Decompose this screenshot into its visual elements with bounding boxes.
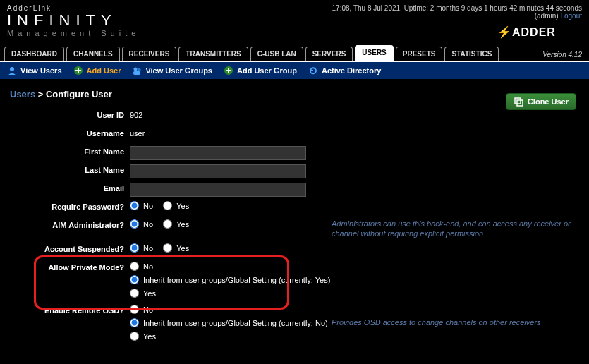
- aim-admin-no-label: No: [143, 220, 153, 229]
- subnav-add-group[interactable]: Add User Group: [224, 66, 297, 75]
- last-name-label: Last Name: [10, 164, 130, 174]
- subnav-view-groups[interactable]: View User Groups: [132, 66, 212, 75]
- private-inherit-label: Inherit from user groups/Global Setting …: [143, 276, 330, 284]
- osd-hint: Provides OSD access to change channels o…: [332, 317, 541, 327]
- admin-hint: Administrators can use this back-end, an…: [332, 219, 571, 239]
- aim-admin-yes-radio[interactable]: [163, 219, 172, 229]
- osd-no-label: No: [143, 305, 153, 314]
- osd-inherit-label: Inherit from user groups/Global Setting …: [143, 319, 328, 327]
- logo-area: AdderLink INFINITY Management Suite: [7, 4, 140, 37]
- tab-presets[interactable]: PRESETS: [396, 47, 443, 61]
- svg-point-1: [10, 67, 14, 71]
- private-yes-label: Yes: [143, 289, 156, 298]
- last-name-input[interactable]: [130, 164, 306, 178]
- subnav-active-dir-label: Active Directory: [322, 66, 381, 75]
- private-mode-label: Allow Private Mode?: [10, 262, 130, 272]
- tab-bar: DASHBOARD CHANNELS RECEIVERS TRANSMITTER…: [0, 45, 589, 62]
- group-icon: [132, 66, 142, 75]
- tab-receivers[interactable]: RECEIVERS: [122, 47, 177, 61]
- tab-dashboard[interactable]: DASHBOARD: [4, 47, 64, 61]
- private-yes-radio[interactable]: [130, 289, 139, 298]
- clone-icon: [514, 97, 523, 107]
- plus-icon: [224, 66, 233, 75]
- subnav-active-dir[interactable]: Active Directory: [308, 66, 381, 75]
- email-label: Email: [10, 183, 130, 193]
- tab-transmitters[interactable]: TRANSMITTERS: [178, 47, 248, 61]
- subnav-view-users-label: View Users: [20, 66, 62, 75]
- subnav-view-users[interactable]: View Users: [7, 66, 62, 75]
- user-id-value: 902: [130, 109, 142, 119]
- suspended-label: Account Suspended?: [10, 243, 130, 253]
- refresh-icon: [308, 66, 318, 75]
- subnav-add-group-label: Add User Group: [237, 66, 297, 75]
- svg-text:⚡ADDER: ⚡ADDER: [497, 25, 556, 39]
- require-pw-no-radio[interactable]: [130, 201, 139, 210]
- logout-link[interactable]: Logout: [560, 12, 582, 20]
- email-input[interactable]: [130, 183, 306, 197]
- clone-user-button[interactable]: Clone User: [506, 93, 576, 110]
- aim-admin-no-radio[interactable]: [130, 219, 139, 229]
- require-pw-no-label: No: [143, 202, 153, 210]
- tab-cusb[interactable]: C-USB LAN: [250, 47, 303, 61]
- subnav-add-user[interactable]: Add User: [73, 66, 121, 75]
- username-value: user: [130, 128, 145, 138]
- logo-subtitle: Management Suite: [7, 29, 140, 37]
- svg-rect-8: [517, 100, 523, 106]
- users-icon: [7, 66, 17, 75]
- private-no-label: No: [143, 262, 153, 271]
- subnav-view-groups-label: View User Groups: [145, 66, 212, 75]
- status-time: 17:08, Thu 8 Jul 2021, Uptime: 2 months …: [332, 4, 582, 12]
- tab-users[interactable]: USERS: [355, 45, 393, 61]
- osd-inherit-radio[interactable]: [130, 318, 139, 327]
- aim-admin-yes-label: Yes: [176, 220, 189, 229]
- suspended-yes-label: Yes: [176, 244, 189, 253]
- osd-yes-label: Yes: [143, 332, 156, 341]
- username-label: Username: [10, 128, 130, 138]
- clone-user-label: Clone User: [528, 97, 569, 106]
- private-inherit-radio[interactable]: [130, 275, 139, 284]
- logo-main: INFINITY: [7, 12, 140, 29]
- suspended-yes-radio[interactable]: [163, 243, 172, 253]
- require-pw-yes-label: Yes: [176, 202, 189, 210]
- svg-rect-5: [133, 71, 140, 75]
- svg-rect-7: [515, 98, 521, 104]
- tab-channels[interactable]: CHANNELS: [66, 47, 120, 61]
- version-label: Version 4.12: [542, 51, 582, 59]
- svg-point-4: [138, 68, 141, 72]
- subnav-add-user-label: Add User: [87, 66, 121, 75]
- remote-osd-label: Enable Remote OSD?: [10, 305, 130, 315]
- osd-yes-radio[interactable]: [130, 332, 139, 341]
- header: AdderLink INFINITY Management Suite 17:0…: [0, 0, 589, 45]
- require-pw-label: Require Password?: [10, 201, 130, 211]
- brand-logo: ⚡ADDER: [332, 24, 582, 41]
- breadcrumb-sep: >: [38, 89, 44, 99]
- first-name-input[interactable]: [130, 146, 306, 160]
- first-name-label: First Name: [10, 146, 130, 156]
- suspended-no-radio[interactable]: [130, 243, 139, 253]
- suspended-no-label: No: [143, 244, 153, 253]
- breadcrumb: Users > Configure User: [0, 79, 589, 107]
- user-id-label: User ID: [10, 109, 130, 119]
- sub-nav: View Users Add User View User Groups Add…: [0, 62, 589, 79]
- tab-servers[interactable]: SERVERS: [305, 47, 353, 61]
- private-no-radio[interactable]: [130, 262, 139, 271]
- current-user: (admin): [535, 12, 559, 20]
- header-status: 17:08, Thu 8 Jul 2021, Uptime: 2 months …: [332, 4, 582, 41]
- aim-admin-label: AIM Administrator?: [10, 219, 130, 229]
- svg-point-3: [134, 68, 138, 71]
- require-pw-yes-radio[interactable]: [163, 201, 172, 210]
- osd-no-radio[interactable]: [130, 305, 139, 314]
- tab-statistics[interactable]: STATISTICS: [444, 47, 499, 61]
- breadcrumb-page: Configure User: [46, 89, 112, 99]
- plus-icon: [73, 66, 83, 75]
- breadcrumb-root[interactable]: Users: [10, 89, 35, 99]
